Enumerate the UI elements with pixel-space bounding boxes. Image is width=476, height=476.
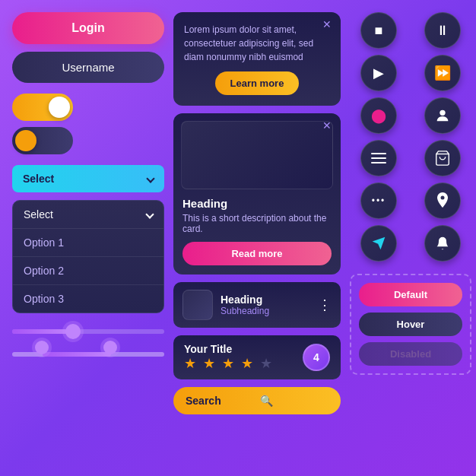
dropdown-option-2[interactable]: Option 2 — [13, 256, 163, 284]
slider-area — [12, 324, 164, 362]
rating-title: Your Title — [184, 343, 274, 355]
more-icon-btn[interactable]: ••• — [360, 182, 397, 219]
notification-card: ✕ Lorem ipsum dolor sit amet, consectetu… — [173, 12, 341, 106]
toggle-area — [12, 94, 164, 154]
star-4: ★ — [241, 356, 255, 371]
search-label: Search — [186, 395, 254, 407]
toggle-2-knob — [15, 130, 36, 151]
play-icon-btn[interactable]: ▶ — [360, 55, 397, 91]
search-icon: 🔍 — [260, 395, 328, 407]
chevron-down-icon — [146, 174, 154, 182]
dropdown-option-1[interactable]: Option 1 — [13, 228, 163, 256]
star-rating[interactable]: ★ ★ ★ ★ ★ — [184, 355, 274, 372]
left-column: Login Username Select Select Op — [12, 12, 164, 464]
forward-icon-btn[interactable]: ⏩ — [424, 55, 461, 91]
list-item-icon — [182, 290, 213, 320]
default-button[interactable]: Default — [359, 283, 462, 306]
dropdown-panel: Select Option 1 Option 2 Option 3 — [12, 200, 164, 313]
learn-more-button[interactable]: Learn more — [215, 71, 300, 95]
menu-icon-btn[interactable] — [360, 140, 397, 176]
send-icon-btn[interactable] — [360, 225, 397, 262]
list-item-heading: Heading — [221, 294, 269, 306]
product-description: This is a short description about the ca… — [182, 213, 332, 234]
icon-grid: ■ ⏸ ▶ ⏩ ⬤ — [350, 12, 471, 262]
bell-icon-btn[interactable] — [424, 225, 461, 262]
stop-icon-btn[interactable]: ■ — [360, 12, 397, 49]
right-column: ■ ⏸ ▶ ⏩ ⬤ — [350, 12, 471, 464]
product-image — [181, 121, 333, 189]
select-dropdown-btn[interactable]: Select — [12, 165, 164, 192]
dropdown-chevron-icon — [145, 210, 154, 218]
middle-column: ✕ Lorem ipsum dolor sit amet, consectetu… — [173, 12, 341, 464]
star-1: ★ — [184, 356, 198, 371]
pause-icon-btn[interactable]: ⏸ — [424, 12, 461, 49]
list-item-text: Heading Subheading — [221, 294, 269, 316]
disabled-button: Disabled — [359, 342, 462, 366]
product-card: ✕ Heading This is a short description ab… — [173, 113, 341, 274]
record-icon-btn[interactable]: ⬤ — [360, 97, 397, 134]
search-bar[interactable]: Search 🔍 — [173, 387, 341, 414]
more-options-icon[interactable]: ⋮ — [318, 297, 332, 313]
star-5: ★ — [260, 356, 274, 371]
svg-rect-3 — [371, 162, 386, 163]
product-heading: Heading — [182, 197, 332, 210]
svg-point-5 — [441, 196, 445, 200]
star-3: ★ — [222, 356, 236, 371]
dropdown-option-3[interactable]: Option 3 — [13, 284, 163, 313]
slider-range[interactable] — [12, 347, 164, 362]
user-icon-btn[interactable] — [424, 97, 461, 134]
toggle-2[interactable] — [12, 127, 73, 154]
cart-icon-btn[interactable] — [424, 140, 461, 176]
rating-card: Your Title ★ ★ ★ ★ ★ 4 — [173, 335, 341, 379]
list-item-subheading: Subheading — [221, 306, 269, 316]
svg-point-0 — [440, 110, 445, 116]
location-icon-btn[interactable] — [424, 182, 461, 219]
notification-body: Lorem ipsum dolor sit amet, consectetuer… — [184, 23, 330, 64]
product-close-icon[interactable]: ✕ — [322, 119, 332, 132]
login-button[interactable]: Login — [12, 12, 164, 44]
state-buttons-panel: Default Hover Disabled — [350, 274, 471, 375]
svg-rect-1 — [371, 153, 386, 154]
close-icon[interactable]: ✕ — [322, 18, 332, 30]
slider-1[interactable] — [12, 324, 164, 339]
select-label: Select — [23, 173, 54, 185]
dropdown-header-label: Select — [24, 208, 53, 221]
hover-button[interactable]: Hover — [359, 313, 462, 336]
read-more-button[interactable]: Read more — [182, 242, 332, 265]
dropdown-header[interactable]: Select — [13, 201, 163, 228]
rating-badge: 4 — [303, 344, 330, 371]
star-2: ★ — [203, 356, 217, 371]
list-item-card: Heading Subheading ⋮ — [173, 282, 341, 328]
toggle-1[interactable] — [12, 94, 73, 121]
toggle-1-knob — [49, 97, 70, 118]
username-button[interactable]: Username — [12, 52, 164, 83]
svg-rect-2 — [371, 157, 386, 159]
